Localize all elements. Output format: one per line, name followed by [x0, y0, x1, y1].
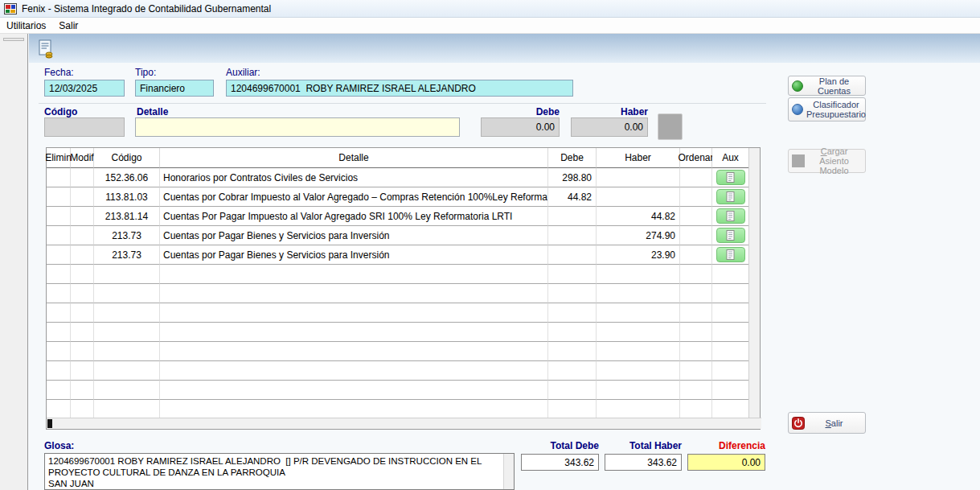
glosa-scrollbar[interactable]	[503, 454, 514, 489]
auxiliar-label: Auxiliar:	[226, 67, 260, 78]
detalle-label: Detalle	[137, 106, 168, 117]
journal-entry-icon[interactable]	[37, 39, 55, 59]
cell-ordenar[interactable]	[680, 265, 712, 284]
cell-codigo: 213.73	[94, 245, 160, 265]
clasificador-presupuestario-button[interactable]: ClasificadorPresupuestario	[788, 97, 866, 121]
cell-modif[interactable]	[71, 168, 94, 187]
table-row[interactable]	[47, 303, 748, 323]
cell-haber	[597, 400, 680, 419]
cell-elimin[interactable]	[47, 168, 71, 187]
horizontal-scrollbar[interactable]	[47, 418, 761, 429]
diferencia-label: Diferencia	[687, 440, 765, 451]
aux-button[interactable]	[716, 247, 745, 262]
table-row[interactable]	[47, 323, 748, 342]
document-icon	[726, 230, 735, 241]
cell-modif[interactable]	[71, 342, 94, 361]
cell-elimin[interactable]	[47, 265, 71, 284]
table-row[interactable]	[47, 361, 748, 381]
menu-utilitarios[interactable]: Utilitarios	[0, 19, 52, 33]
cell-ordenar[interactable]	[680, 207, 712, 226]
cell-elimin[interactable]	[47, 323, 71, 342]
header-haber[interactable]: Haber	[597, 148, 680, 168]
table-row[interactable]: 213.73 Cuentas por Pagar Bienes y Servic…	[47, 226, 748, 245]
haber-input[interactable]: 0.00	[571, 117, 648, 137]
cell-modif[interactable]	[71, 265, 94, 284]
table-row[interactable]	[47, 342, 748, 361]
cell-elimin[interactable]	[47, 361, 71, 381]
auxiliar-input[interactable]: 1204699670001 ROBY RAMIREZ ISRAEL ALEJAN…	[226, 80, 573, 97]
cell-ordenar[interactable]	[680, 303, 712, 323]
cargar-asiento-label: Cargar AsientoModelo	[806, 146, 862, 175]
cell-modif[interactable]	[71, 323, 94, 342]
table-row[interactable]	[47, 265, 748, 284]
header-ordenar[interactable]: Ordenar	[680, 148, 712, 168]
aux-button[interactable]	[716, 189, 745, 204]
cell-ordenar[interactable]	[680, 361, 712, 381]
codigo-input[interactable]	[44, 117, 125, 137]
table-row[interactable]	[47, 284, 748, 303]
horizontal-scrollbar-thumb[interactable]	[47, 419, 52, 428]
header-modif[interactable]: Modif	[71, 148, 94, 168]
cell-modif[interactable]	[71, 361, 94, 381]
cargar-asiento-modelo-button[interactable]: Cargar AsientoModelo	[788, 149, 866, 173]
cell-aux	[712, 265, 748, 284]
table-row[interactable]: 113.81.03 Cuentas por Cobrar Impuesto al…	[47, 187, 748, 207]
menu-salir[interactable]: Salir	[52, 19, 84, 33]
add-entry-button-disabled[interactable]	[658, 113, 683, 140]
cell-aux	[712, 226, 748, 245]
cell-ordenar[interactable]	[680, 284, 712, 303]
cell-elimin[interactable]	[47, 381, 71, 400]
glosa-label: Glosa:	[44, 440, 74, 451]
cell-elimin[interactable]	[47, 207, 71, 226]
cell-modif[interactable]	[71, 207, 94, 226]
detalle-input[interactable]	[135, 117, 460, 137]
fecha-input[interactable]: 12/03/2025	[44, 80, 125, 97]
plan-de-cuentas-button[interactable]: Plan de Cuentas	[788, 76, 866, 96]
cell-elimin[interactable]	[47, 226, 71, 245]
entries-table-body: 152.36.06 Honorarios por Contratos Civil…	[47, 168, 760, 419]
cell-modif[interactable]	[71, 284, 94, 303]
aux-button[interactable]	[716, 208, 745, 224]
cell-ordenar[interactable]	[680, 400, 712, 419]
cell-modif[interactable]	[71, 381, 94, 400]
cell-elimin[interactable]	[47, 284, 71, 303]
header-elimin[interactable]: Elimin	[47, 148, 71, 168]
tipo-input[interactable]: Financiero	[135, 80, 214, 97]
table-row[interactable]: 213.81.14 Cuentas Por Pagar Impuesto al …	[47, 207, 748, 226]
cell-ordenar[interactable]	[680, 226, 712, 245]
cell-elimin[interactable]	[47, 245, 71, 265]
panel-splitter-handle[interactable]	[3, 38, 24, 41]
cell-modif[interactable]	[71, 245, 94, 265]
cell-ordenar[interactable]	[680, 187, 712, 207]
cell-modif[interactable]	[71, 400, 94, 419]
cell-elimin[interactable]	[47, 342, 71, 361]
aux-button[interactable]	[716, 170, 745, 185]
cell-ordenar[interactable]	[680, 245, 712, 265]
cell-modif[interactable]	[71, 187, 94, 207]
table-row[interactable]	[47, 400, 748, 419]
cell-ordenar[interactable]	[680, 323, 712, 342]
left-collapsed-panel[interactable]	[0, 34, 28, 490]
cell-detalle	[160, 265, 548, 284]
glosa-textarea[interactable]: 1204699670001 ROBY RAMIREZ ISRAEL ALEJAN…	[44, 453, 515, 490]
salir-button[interactable]: Salir	[788, 412, 866, 434]
cell-elimin[interactable]	[47, 187, 71, 207]
header-aux[interactable]: Aux	[712, 148, 748, 168]
header-detalle[interactable]: Detalle	[160, 148, 548, 168]
cell-ordenar[interactable]	[680, 168, 712, 187]
header-debe[interactable]: Debe	[548, 148, 597, 168]
table-row[interactable]: 213.73 Cuentas por Pagar Bienes y Servic…	[47, 245, 748, 265]
table-row[interactable]: 152.36.06 Honorarios por Contratos Civil…	[47, 168, 748, 187]
table-row[interactable]	[47, 381, 748, 400]
cell-elimin[interactable]	[47, 303, 71, 323]
cell-modif[interactable]	[71, 303, 94, 323]
cell-ordenar[interactable]	[680, 381, 712, 400]
debe-input[interactable]: 0.00	[481, 117, 560, 137]
header-codigo[interactable]: Código	[94, 148, 160, 168]
cell-elimin[interactable]	[47, 400, 71, 419]
cell-modif[interactable]	[71, 226, 94, 245]
aux-button[interactable]	[716, 228, 745, 243]
cell-ordenar[interactable]	[680, 342, 712, 361]
vertical-scrollbar[interactable]	[748, 148, 760, 418]
cell-debe	[548, 400, 597, 419]
